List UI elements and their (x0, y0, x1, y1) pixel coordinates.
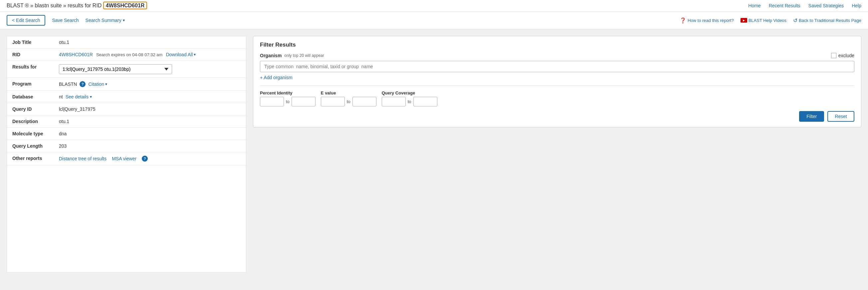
molecule-type-value: dna (54, 128, 246, 140)
blast-help-videos-label: BLAST Help Videos (748, 18, 786, 23)
rid-link[interactable]: 4W8SHCD601R (59, 52, 93, 57)
description-row: Description otu.1 (7, 116, 246, 128)
distance-tree-link[interactable]: Distance tree of results (59, 156, 106, 161)
results-for-cell: 1:lcl|Query_317975 otu.1(203bp) (54, 61, 246, 78)
top-nav: BLAST ® » blastn suite » results for RID… (0, 0, 868, 12)
database-label: Database (7, 91, 54, 103)
job-info-panel: Job Title otu.1 RID 4W8SHCD601R Search e… (7, 36, 246, 273)
other-reports-row: Other reports Distance tree of results M… (7, 152, 246, 165)
program-value: BLASTN (59, 82, 77, 87)
filter-results-panel: Filter Results Organism only top 20 will… (253, 36, 861, 273)
msa-viewer-link[interactable]: MSA viewer (112, 156, 136, 161)
organism-label: Organism (260, 53, 282, 58)
organism-header: Organism only top 20 will appear exclude (260, 53, 855, 58)
database-cell: nt See details (54, 91, 246, 103)
expires-text: Search expires on 04-08 07:32 am (96, 52, 162, 57)
other-reports-help-icon[interactable]: ? (142, 156, 148, 162)
organism-note: only top 20 will appear (284, 53, 324, 58)
rid-highlighted: 4W8SHCD601R (103, 2, 147, 9)
download-all-link[interactable]: Download All (166, 52, 196, 57)
results-for-select[interactable]: 1:lcl|Query_317975 otu.1(203bp) (59, 64, 172, 74)
action-bar-right: ❓ How to read this report? BLAST Help Vi… (680, 17, 861, 24)
other-reports-label: Other reports (7, 152, 54, 165)
how-to-read-link[interactable]: ❓ How to read this report? (680, 17, 734, 24)
breadcrumb-area: BLAST ® » blastn suite » results for RID… (7, 3, 147, 9)
molecule-type-row: Molecule type dna (7, 128, 246, 140)
description-value: otu.1 (54, 116, 246, 128)
rid-cell: 4W8SHCD601R Search expires on 04-08 07:3… (54, 49, 246, 61)
citation-link[interactable]: Citation (88, 82, 107, 87)
job-title-row: Job Title otu.1 (7, 36, 246, 49)
job-title-label: Job Title (7, 36, 54, 49)
program-row: Program BLASTN ? Citation (7, 78, 246, 91)
recent-results-link[interactable]: Recent Results (769, 3, 800, 8)
query-coverage-group: Query Coverage to (382, 91, 437, 106)
query-coverage-from[interactable] (382, 97, 406, 106)
query-length-value: 203 (54, 140, 246, 152)
query-length-row: Query Length 203 (7, 140, 246, 152)
exclude-label: exclude (838, 53, 855, 58)
add-organism-button[interactable]: + Add organism (260, 75, 292, 80)
query-id-label: Query ID (7, 103, 54, 116)
query-id-row: Query ID lcl|Query_317975 (7, 103, 246, 116)
edit-search-button[interactable]: < Edit Search (7, 15, 45, 26)
video-icon (741, 18, 747, 23)
results-for-label: Results for (7, 61, 54, 78)
description-label: Description (7, 116, 54, 128)
percent-identity-to[interactable] (291, 97, 315, 106)
organism-section: Organism only top 20 will appear exclude… (260, 53, 855, 80)
evalue-to-label: to (347, 99, 350, 104)
organism-input[interactable] (260, 61, 855, 72)
other-reports-cell: Distance tree of results MSA viewer ? (54, 152, 246, 165)
back-to-traditional-link[interactable]: ↺ Back to Traditional Results Page (793, 17, 861, 24)
blast-help-videos-link[interactable]: BLAST Help Videos (741, 18, 786, 23)
program-help-icon[interactable]: ? (80, 81, 86, 87)
filter-button[interactable]: Filter (799, 111, 824, 122)
evalue-inputs: to (321, 97, 376, 106)
organism-label-group: Organism only top 20 will appear (260, 53, 324, 58)
database-value: nt (59, 94, 63, 99)
evalue-group: E value to (321, 91, 376, 106)
citation-label: Citation (88, 82, 104, 87)
see-details-link[interactable]: See details (66, 94, 92, 99)
search-summary-label: Search Summary (86, 18, 122, 23)
how-to-read-label: How to read this report? (688, 18, 734, 23)
database-row: Database nt See details (7, 91, 246, 103)
filter-results-box: Filter Results Organism only top 20 will… (253, 36, 861, 127)
rid-row: RID 4W8SHCD601R Search expires on 04-08 … (7, 49, 246, 61)
download-all-label: Download All (166, 52, 193, 57)
evalue-label: E value (321, 91, 376, 95)
query-coverage-to[interactable] (413, 97, 437, 106)
percent-identity-inputs: to (260, 97, 315, 106)
info-table: Job Title otu.1 RID 4W8SHCD601R Search e… (7, 36, 246, 165)
main-content: Job Title otu.1 RID 4W8SHCD601R Search e… (0, 29, 868, 279)
molecule-type-label: Molecule type (7, 128, 54, 140)
evalue-to[interactable] (352, 97, 376, 106)
exclude-checkbox[interactable] (831, 53, 836, 58)
edit-search-label: < Edit Search (12, 18, 40, 23)
help-link[interactable]: Help (852, 3, 861, 8)
query-coverage-label: Query Coverage (382, 91, 437, 95)
percent-identity-to-label: to (286, 99, 289, 104)
see-details-label: See details (66, 94, 89, 99)
reset-button[interactable]: Reset (827, 111, 855, 122)
percent-identity-from[interactable] (260, 97, 284, 106)
percent-identity-label: Percent Identity (260, 91, 315, 95)
add-organism-label: + Add organism (260, 75, 292, 80)
filter-divider (260, 86, 855, 86)
results-for-row: Results for 1:lcl|Query_317975 otu.1(203… (7, 61, 246, 78)
save-search-link[interactable]: Save Search (52, 18, 79, 23)
action-bar-left: < Edit Search Save Search Search Summary (7, 15, 125, 26)
undo-icon: ↺ (793, 17, 798, 24)
job-title-value: otu.1 (54, 36, 246, 49)
search-summary-link[interactable]: Search Summary (86, 18, 125, 23)
evalue-from[interactable] (321, 97, 345, 106)
filter-actions: Filter Reset (260, 111, 855, 122)
saved-strategies-link[interactable]: Saved Strategies (808, 3, 844, 8)
back-to-traditional-label: Back to Traditional Results Page (799, 18, 861, 23)
query-id-value: lcl|Query_317975 (54, 103, 246, 116)
question-circle-icon: ❓ (680, 17, 686, 24)
exclude-group: exclude (831, 53, 855, 58)
filter-results-title: Filter Results (260, 41, 855, 48)
home-link[interactable]: Home (748, 3, 761, 8)
